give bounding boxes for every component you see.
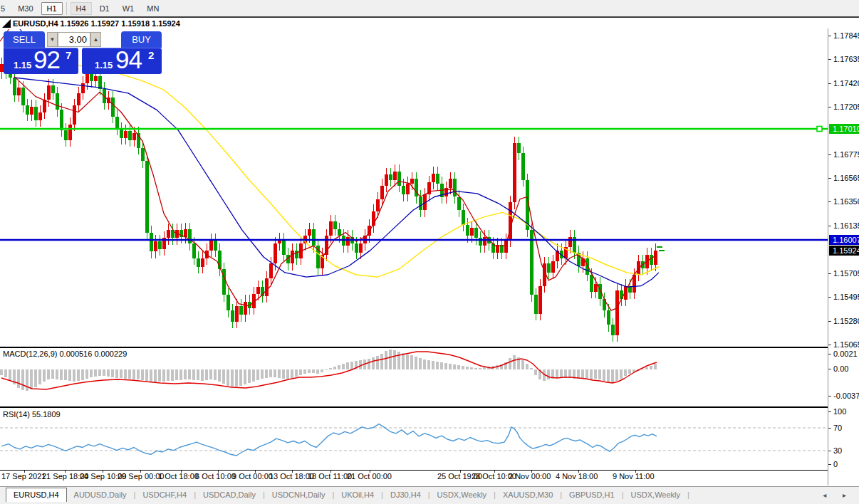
price-tick-label: 1.16350 [833,197,859,206]
volume-input[interactable] [58,32,90,47]
tab-usdchf-h4[interactable]: USDCHF,H4 [135,490,194,499]
candle-body [51,85,55,93]
macd-hist-bar [440,362,443,369]
tab-usdcad-daily[interactable]: USDCAD,Daily [196,490,263,499]
candle-body [312,229,316,246]
period-button-h4[interactable]: H4 [71,2,92,15]
macd-hist-bar [406,355,409,369]
candle-body [513,143,516,202]
period-button-d1[interactable]: D1 [95,3,115,14]
candle-body [547,263,551,273]
time-tick [65,471,66,473]
price-tag-1.16007: 1.16007 [829,235,859,245]
tab-eurusd-h4[interactable]: EURUSD,H4 [6,488,67,502]
rsi-tick [828,464,831,465]
period-button-5[interactable]: 5 [0,3,10,14]
candle-body [615,290,619,335]
buy-price-box[interactable]: 1.15 94 2 [82,48,162,74]
candle-body [432,174,435,183]
candle-body [295,251,298,258]
macd-hist-bar [239,369,242,386]
price-tick [828,107,831,107]
tab-usdx-weekly[interactable]: USDX,Weekly [430,490,494,499]
period-toolbar: 5M30H1H4D1W1MN [0,0,859,18]
rsi-tick [828,428,831,429]
time-label: 1 Oct 18:00 [158,472,199,481]
macd-hist-bar [30,369,33,389]
candle-body [470,228,474,236]
candle-body [244,302,247,315]
macd-hist-bar [175,369,178,380]
period-button-m30[interactable]: M30 [13,3,38,14]
time-tick [370,471,370,473]
macd-hist-bar [85,369,88,379]
macd-hist-bar [43,369,46,382]
macd-hist-bar [209,369,212,379]
volume-down-button[interactable]: ▼ [47,32,58,47]
hline-green-handle[interactable] [817,127,822,132]
rsi-tick-label: 100 [833,407,846,416]
price-axis[interactable]: 1.178451.176351.174201.172051.167751.165… [828,0,859,485]
rsi-pane[interactable] [0,409,828,470]
candle-body [256,287,260,293]
mt4-window: 5M30H1H4D1W1MN EURUSD,H4 1.15926 1.15927… [0,0,859,504]
tab-scroll-arrows[interactable]: ◂ ▸ [823,491,853,499]
time-tick [635,471,636,473]
macd-hist-bar [410,355,413,369]
macd-hist-bar [466,367,469,369]
candle-body [521,153,525,180]
candle-body [453,179,457,196]
macd-hist-bar [188,369,191,379]
time-label: 21 Oct 00:00 [347,472,392,481]
candle-body [449,179,452,188]
candle-body [568,237,572,247]
macd-hist-bar [278,369,281,378]
macd-hist-bar [137,369,140,379]
macd-hist-bar [94,369,97,377]
tab-gbpusd-h1[interactable]: GBPUSD,H1 [562,490,622,499]
tab-usdcnh-daily[interactable]: USDCNH,Daily [265,490,333,499]
candle-body [359,243,363,253]
candle-body [308,229,311,236]
macd-hist-bar [577,369,580,379]
macd-hist-bar [380,354,383,369]
candle-body [534,295,538,314]
macd-hist-bar [73,369,76,382]
macd-hist-bar [513,355,516,369]
price-chart[interactable] [0,28,828,347]
tab-xauusd-m30[interactable]: XAUUSD,M30 [496,490,560,499]
chart-title: EURUSD,H4 1.15926 1.15927 1.15918 1.1592… [13,19,180,28]
period-button-w1[interactable]: W1 [118,3,140,14]
sell-price-box[interactable]: 1.15 92 7 [4,48,78,74]
period-button-h1[interactable]: H1 [41,2,63,15]
rsi-tick [828,451,831,451]
volume-up-button[interactable]: ▲ [90,32,101,47]
period-button-mn[interactable]: MN [142,3,164,14]
tab-dj30-h4[interactable]: DJ30,H4 [383,490,428,499]
macd-hist-bar [103,369,105,376]
macd-hist-bar [530,368,533,369]
tab-usdx-weekly[interactable]: USDX,Weekly [624,490,687,499]
candle-body [17,88,21,95]
macd-hist-bar [521,360,524,369]
macd-hist-bar [449,364,452,369]
candle-body [141,148,145,162]
tab-ukoil-h4[interactable]: UKOil,H4 [334,490,381,499]
macd-hist-bar [184,369,187,379]
candle-body [124,131,127,137]
macd-hist-bar [77,369,80,381]
tab-audusd-daily[interactable]: AUDUSD,Daily [67,490,134,499]
chart-expand-icon[interactable] [2,19,11,28]
candle-body [346,237,350,246]
candle-body [64,130,68,140]
macd-hist-bar [274,369,276,377]
price-tick-label: 1.15705 [833,269,859,278]
macd-hist-bar [56,369,58,379]
macd-hist-bar [299,369,302,375]
rsi-tick-label: 0 [833,460,838,468]
time-axis[interactable]: 17 Sep 202121 Sep 18:0024 Sep 10:0029 Se… [0,471,828,485]
macd-hist-bar [303,369,306,374]
pane-separator-macd-rsi[interactable] [0,406,828,408]
macd-hist-bar [556,369,558,378]
buy-price-small: 1.15 [95,60,113,70]
